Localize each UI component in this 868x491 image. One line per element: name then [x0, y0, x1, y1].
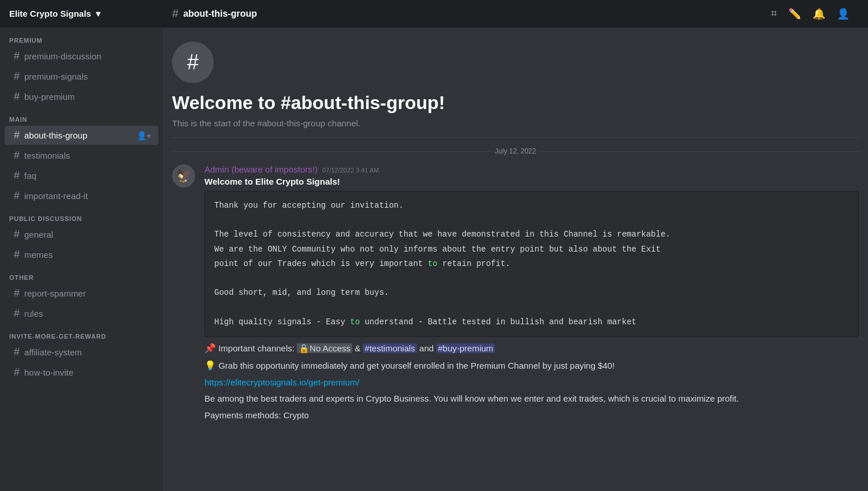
message-content: Admin (beware of impostors!) 07/12/2022 … — [204, 164, 859, 425]
channel-label: premium-discussion — [24, 51, 101, 61]
sidebar-item-affiliate-system[interactable]: # affiliate-system — [5, 343, 158, 362]
channel-hash-icon: # — [172, 7, 178, 20]
date-divider: July 12, 2022 — [172, 147, 859, 155]
message-author: Admin (beware of impostors!) — [204, 164, 318, 174]
sidebar-item-important-read-it[interactable]: # important-read-it — [5, 186, 158, 205]
sidebar-item-about-this-group[interactable]: # about-this-group 👤+ — [5, 126, 158, 145]
channel-header: # about-this-group ⌗ ✏️ 🔔 👤 — [163, 0, 868, 28]
edit-icon[interactable]: ✏️ — [788, 8, 801, 20]
sidebar-item-premium-discussion[interactable]: # premium-discussion — [5, 47, 158, 66]
and-text: and — [419, 343, 436, 353]
channel-header-name: about-this-group — [183, 9, 257, 19]
no-access-mention[interactable]: 🔒No Access — [297, 343, 352, 353]
hash-icon: # — [14, 190, 20, 202]
message: 🦅 Admin (beware of impostors!) 07/12/202… — [172, 164, 859, 425]
premium-link[interactable]: https://elitecryptosignals.io/get-premiu… — [204, 377, 359, 387]
notification-icon[interactable]: 🔔 — [813, 8, 825, 20]
sidebar-item-memes[interactable]: # memes — [5, 245, 158, 264]
category-premium: PREMIUM — [0, 28, 163, 46]
highlight-to-2: to — [350, 317, 360, 327]
channel-label: report-spammer — [24, 288, 86, 298]
main-layout: PREMIUM # premium-discussion # premium-s… — [0, 28, 868, 491]
hash-icon: # — [14, 149, 20, 162]
message-header: Admin (beware of impostors!) 07/12/2022 … — [204, 164, 859, 174]
pin-emoji: 📌 — [204, 343, 216, 353]
message-timestamp: 07/12/2022 3:41 AM — [322, 167, 379, 174]
be-among-line: Be among the best traders and experts in… — [204, 392, 859, 406]
category-public-discussion: PUBLIC DISCUSSION — [0, 206, 163, 224]
important-channels-line: 📌 Important channels: 🔒No Access & #test… — [204, 342, 859, 355]
hash-icon: # — [14, 346, 20, 358]
channel-label: testimonials — [24, 151, 70, 160]
hash-icon: # — [14, 366, 20, 378]
bulb-emoji: 💡 — [204, 361, 216, 370]
server-name-area[interactable]: Elite Crypto Signals ▾ — [0, 0, 163, 28]
grab-opportunity-text: Grab this opportunity immediately and ge… — [218, 361, 614, 370]
message-bold-text: Welcome to Elite Crypto Signals! — [204, 177, 859, 186]
hash-icon: # — [14, 228, 20, 241]
channel-label: premium-signals — [24, 72, 88, 81]
channel-intro: # Welcome to #about-this-group! This is … — [172, 28, 859, 138]
payments-line: Payments methods: Crypto — [204, 409, 859, 422]
member-icon[interactable]: 👤 — [837, 8, 850, 20]
channel-label: buy-premium — [24, 92, 75, 102]
sidebar-item-report-spammer[interactable]: # report-spammer — [5, 284, 158, 303]
sidebar-item-buy-premium[interactable]: # buy-premium — [5, 87, 158, 106]
channel-label: affiliate-system — [24, 347, 82, 357]
testimonials-mention[interactable]: #testimonials — [363, 343, 417, 353]
hash-icon: # — [14, 91, 20, 103]
link-line: https://elitecryptosignals.io/get-premiu… — [204, 376, 859, 389]
channel-label: general — [24, 230, 53, 239]
header-icons: ⌗ ✏️ 🔔 👤 — [771, 8, 859, 20]
channel-label: rules — [24, 309, 43, 318]
grab-opportunity-line: 💡 Grab this opportunity immediately and … — [204, 359, 859, 373]
category-other: OTHER — [0, 265, 163, 283]
channel-label: how-to-invite — [24, 368, 73, 377]
message-code-block: Thank you for accepting our invitation. … — [204, 191, 859, 337]
sidebar-item-premium-signals[interactable]: # premium-signals — [5, 67, 158, 86]
ampersand: & — [355, 343, 363, 353]
channel-large-hash-icon: # — [172, 42, 214, 83]
date-divider-text: July 12, 2022 — [495, 147, 536, 155]
sidebar-item-testimonials[interactable]: # testimonials — [5, 146, 158, 165]
hash-icon: # — [14, 50, 20, 62]
category-main: MAIN — [0, 107, 163, 125]
sidebar-item-rules[interactable]: # rules — [5, 304, 158, 323]
avatar: 🦅 — [172, 164, 195, 188]
sidebar-item-general[interactable]: # general — [5, 225, 158, 244]
titlebar: Elite Crypto Signals ▾ # about-this-grou… — [0, 0, 868, 28]
channel-label: faq — [24, 171, 36, 181]
hash-icon: # — [14, 287, 20, 299]
buy-premium-mention[interactable]: #buy-premium — [436, 343, 495, 353]
hash-icon: # — [14, 170, 20, 182]
sidebar-item-how-to-invite[interactable]: # how-to-invite — [5, 363, 158, 382]
channel-intro-title: Welcome to #about-this-group! — [172, 92, 859, 114]
divider-line-left — [172, 151, 490, 152]
hash-icon: # — [14, 129, 20, 141]
sidebar-item-faq[interactable]: # faq — [5, 166, 158, 185]
channel-label: memes — [24, 250, 53, 260]
messages-area: # Welcome to #about-this-group! This is … — [163, 28, 868, 491]
hash-icon: # — [14, 249, 20, 261]
add-member-icon[interactable]: 👤+ — [137, 131, 151, 140]
content-area: # Welcome to #about-this-group! This is … — [163, 28, 868, 491]
chevron-down-icon: ▾ — [96, 9, 100, 19]
channel-label: about-this-group — [24, 130, 87, 140]
divider-line-right — [541, 151, 859, 152]
category-invite: INVITE-MORE-GET-REWARD — [0, 324, 163, 342]
sidebar: PREMIUM # premium-discussion # premium-s… — [0, 28, 163, 491]
important-channels-text: Important channels: — [218, 343, 297, 353]
hash-icon: # — [14, 70, 20, 83]
channel-label: important-read-it — [24, 191, 88, 201]
hash-icon: # — [14, 308, 20, 320]
highlight-to-1: to — [428, 259, 438, 268]
server-name: Elite Crypto Signals — [9, 9, 91, 18]
hashtag-icon[interactable]: ⌗ — [771, 8, 777, 20]
channel-intro-desc: This is the start of the #about-this-gro… — [172, 118, 859, 128]
